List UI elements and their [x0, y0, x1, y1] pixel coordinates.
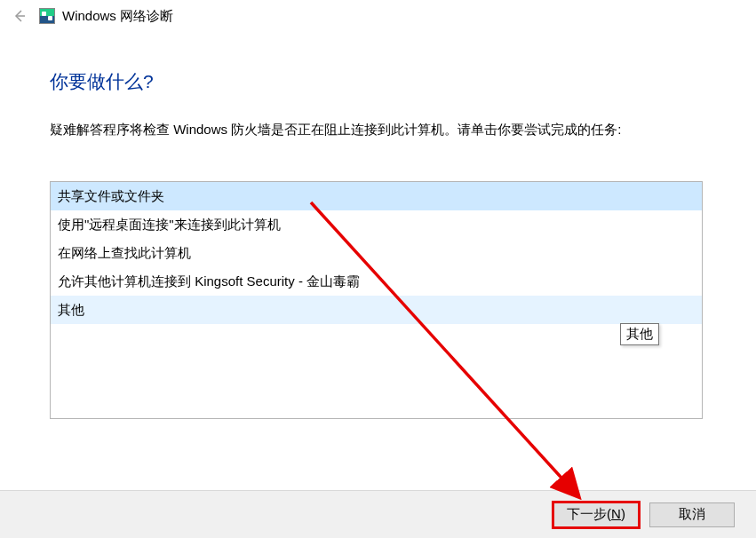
next-button-label-key: N: [611, 506, 621, 521]
page-heading: 你要做什么?: [50, 69, 706, 94]
list-item[interactable]: 使用"远程桌面连接"来连接到此计算机: [51, 210, 702, 239]
network-diagnostics-icon: [39, 8, 55, 24]
cancel-button[interactable]: 取消: [649, 502, 735, 527]
tooltip: 其他: [620, 323, 659, 345]
window-title: Windows 网络诊断: [62, 8, 173, 25]
next-button-label-post: ): [621, 506, 625, 521]
next-button[interactable]: 下一步(N): [553, 502, 639, 527]
back-arrow-icon[interactable]: [7, 5, 32, 27]
options-listbox[interactable]: 共享文件或文件夹 使用"远程桌面连接"来连接到此计算机 在网络上查找此计算机 允…: [50, 181, 703, 419]
next-button-label-pre: 下一步(: [567, 506, 611, 521]
footer: 下一步(N) 取消: [0, 490, 756, 538]
list-item[interactable]: 共享文件或文件夹: [51, 182, 702, 210]
header: Windows 网络诊断: [0, 0, 756, 27]
list-item[interactable]: 其他: [51, 296, 702, 324]
page-description: 疑难解答程序将检查 Windows 防火墙是否正在阻止连接到此计算机。请单击你要…: [50, 119, 706, 140]
list-item[interactable]: 在网络上查找此计算机: [51, 239, 702, 267]
main-content: 你要做什么? 疑难解答程序将检查 Windows 防火墙是否正在阻止连接到此计算…: [0, 27, 756, 419]
list-item[interactable]: 允许其他计算机连接到 Kingsoft Security - 金山毒霸: [51, 267, 702, 296]
